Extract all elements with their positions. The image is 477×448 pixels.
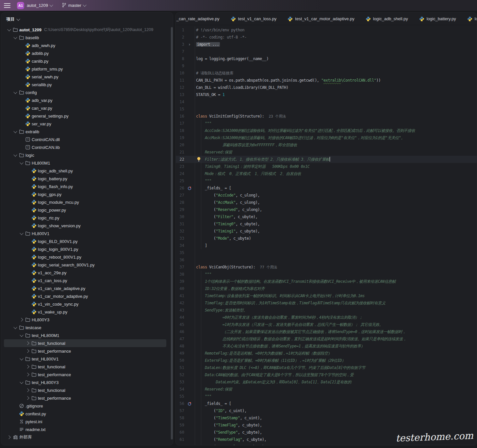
code-line-31[interactable]: 31 ("Timing0", c_ubyte),	[176, 220, 477, 228]
tree-item-v1_car_motor_adaptive.py[interactable]: v1_car_motor_adaptive.py	[1, 292, 173, 300]
branch-selector[interactable]: master	[62, 3, 86, 8]
code-line-27[interactable]: 27 ("AccCode", c_ulong),	[176, 192, 477, 199]
tree-item-logic_BLD_800V1.py[interactable]: logic_BLD_800V1.py	[1, 237, 173, 245]
tree-item-test_performance[interactable]: test_performance	[1, 347, 173, 355]
tree-item-v1_wake_up.py[interactable]: v1_wake_up.py	[1, 308, 173, 316]
code-line-26[interactable]: 26 _fields_ = [	[176, 184, 477, 192]
code-line-47[interactable]: 47 总线刚好忙或出现错误，数据会自动重发，直到正确发送或是超时时间到取消发送。…	[176, 335, 477, 343]
code-line-37[interactable]: 37class VciCanObj(Structure):77 个用法	[176, 264, 477, 271]
chevron-down-icon[interactable]	[18, 356, 25, 361]
tree-item-logic_power.py[interactable]: logic_power.py	[1, 206, 173, 214]
code-line-51[interactable]: 51 DataLen:数据长度 DLC (<=8)，即CAN帧Data有几个字节…	[176, 364, 477, 371]
tree-item-ControlCAN.dll[interactable]: ?ControlCAN.dll	[1, 136, 173, 143]
code-line-38[interactable]: 38 """	[176, 271, 477, 278]
tree-item-ControlCAN.lib[interactable]: ?ControlCAN.lib	[1, 143, 173, 151]
code-line-17[interactable]: 17 """	[176, 120, 477, 127]
tree-item-conftest.py[interactable]: conftest.py	[1, 410, 173, 418]
code-line-55[interactable]: 55 """	[176, 393, 477, 400]
tree-item-logic_login_800V1.py[interactable]: logic_login_800V1.py	[1, 245, 173, 253]
code-line-62[interactable]: 62 ("ExternFlag", c_ubyte),	[176, 443, 477, 445]
code-line-41[interactable]: 41 TimeStamp:设备接收到某一帧的时间标识。时间标示从CAN卡上电开始…	[176, 292, 477, 299]
tree-item-autot_1209[interactable]: autot_1209C:\Users\57859\Desktop\python代…	[1, 26, 173, 34]
tree-item-adb_wwh.py[interactable]: adb_wwh.py	[1, 41, 173, 49]
chevron-right-icon[interactable]	[25, 341, 31, 346]
tree-item-logic_battery.py[interactable]: logic_battery.py	[1, 175, 173, 183]
code-line-15[interactable]: 15	[176, 105, 477, 113]
code-line-52[interactable]: 52 Data:CAN帧的数据。由于CAN规定了最大是8个字节，所以这里预留了8…	[176, 371, 477, 378]
code-line-35[interactable]: 35	[176, 249, 477, 256]
tree-item-v1_acc_29e.py[interactable]: v1_acc_29e.py	[1, 269, 173, 277]
code-line-36[interactable]: 36	[176, 256, 477, 264]
tree-item-test_performance[interactable]: test_performance	[1, 394, 173, 402]
tree-item-logic_serial_search_800V1.py[interactable]: logic_serial_search_800V1.py	[1, 261, 173, 269]
code-line-33[interactable]: 33 ("Mode", c_ubyte)	[176, 235, 477, 242]
code-line-30[interactable]: 30 ("Filter", c_ubyte),	[176, 213, 477, 220]
chevron-down-icon[interactable]	[12, 129, 18, 134]
tree-item-test_HL800M1[interactable]: test_HL800M1	[1, 331, 173, 339]
chevron-right-icon[interactable]	[18, 317, 25, 322]
code-line-28[interactable]: 28 ("AccMask", c_ulong),	[176, 199, 477, 206]
tree-item-general_settings.py[interactable]: general_settings.py	[1, 112, 173, 120]
tree-item-seriallib.py[interactable]: seriallib.py	[1, 81, 173, 88]
tree-item-baselib[interactable]: baselib	[1, 34, 173, 41]
code-line-50[interactable]: 50 ExternFlag:是否是扩展帧。=0时为标准帧（11位ID），=1时为…	[176, 357, 477, 364]
tree-item-extralib[interactable]: extralib	[1, 128, 173, 136]
tree-item-logic_show_version.py[interactable]: logic_show_version.py	[1, 222, 173, 230]
tree-item-test_HL800V1[interactable]: test_HL800V1	[1, 355, 173, 363]
tree-item-adblib.py[interactable]: adblib.py	[1, 49, 173, 57]
tree-item-canlib.py[interactable]: canlib.py	[1, 57, 173, 65]
code-line-34[interactable]: 34 ]	[176, 242, 477, 249]
code-line-54[interactable]: 54 Reserved:保留	[176, 386, 477, 393]
code-line-22[interactable]: 22 Filter:滤波方式. 1、接收所有类型 2、只接收标准帧 3、只接收扩…	[176, 156, 477, 163]
tree-item-test_functional[interactable]: test_functional	[1, 363, 173, 371]
tree-item-logic_adb_shell.py[interactable]: logic_adb_shell.py	[1, 167, 173, 175]
code-line-20[interactable]: 20 屏蔽码推荐设置为0xFFFFFFFF，即全部接收	[176, 141, 477, 149]
code-line-16[interactable]: 16class VciInitConfig(Structure):23 个用法	[176, 113, 477, 120]
code-line-45[interactable]: 45 =1时为单次发送（只发送一次，发送失败不会自动重发，总线只产生一帧数据）；…	[176, 321, 477, 328]
code-line-40[interactable]: 40 ID:32位变量，数据格式为靠右对齐	[176, 285, 477, 292]
chevron-right-icon[interactable]	[25, 372, 31, 377]
tree-item-logic_rtc.py[interactable]: logic_rtc.py	[1, 214, 173, 222]
tree-item-test_functional[interactable]: test_functional	[1, 386, 173, 394]
tree-item-logic_flash_info.py[interactable]: logic_flash_info.py	[1, 183, 173, 190]
tree-item-v1_can_rate_adaptive.py[interactable]: v1_can_rate_adaptive.py	[1, 284, 173, 292]
code-line-13[interactable]: 13STATUS_OK = 1	[176, 91, 477, 98]
tree-item-v1_can_loss.py[interactable]: v1_can_loss.py	[1, 277, 173, 284]
chevron-down-icon[interactable]	[18, 231, 25, 236]
code-line-44[interactable]: 44 =0时为正常发送（发送失败会自动重发，重发时间为4秒，4秒内没有发出则取消…	[176, 314, 477, 321]
code-line-46[interactable]: 46 （二次开发，如果需要保证发送出的数据被其它节点正确接收，请将SendTyp…	[176, 328, 477, 335]
tree-item-can_var.py[interactable]: can_var.py	[1, 104, 173, 112]
tree-item-serial_wwh.py[interactable]: serial_wwh.py	[1, 73, 173, 81]
tree-scrollbar[interactable]	[171, 27, 173, 440]
tree-item-adb_var.py[interactable]: adb_var.py	[1, 96, 173, 104]
override-marker-icon[interactable]	[184, 184, 195, 192]
code-line-9[interactable]: 9	[176, 62, 477, 70]
tree-item-HL800M1[interactable]: HL800M1	[1, 159, 173, 167]
tree-item-platform_sms.py[interactable]: platform_sms.py	[1, 65, 173, 73]
chevron-down-icon[interactable]	[12, 152, 18, 158]
tree-item-logic[interactable]: logic	[1, 151, 173, 159]
chevron-down-icon[interactable]	[12, 35, 18, 40]
tree-item-test_HL800Y3[interactable]: test_HL800Y3	[1, 378, 173, 386]
code-line-21[interactable]: 21 Reserved:保留	[176, 149, 477, 156]
code-line-58[interactable]: 58 ("TimeStamp", c_uint),	[176, 414, 477, 422]
code-line-23[interactable]: 23 Timing0、Timing1：波特率定时器 500Kbps 0x00 0…	[176, 163, 477, 170]
code-editor[interactable]: 1# !/usr/bin/env python2# -*- coding: ut…	[176, 25, 477, 445]
tab-test_v1_can_loss.py[interactable]: test_v1_can_loss.py	[231, 16, 277, 22]
code-line-48[interactable]: 48 不关心有没有节点接收数据，请将SendType=1，提高发送的响应速度与软…	[176, 343, 477, 350]
tree-item-logic_reboot_800V1.py[interactable]: logic_reboot_800V1.py	[1, 253, 173, 261]
code-line-57[interactable]: 57 ("ID", c_uint),	[176, 407, 477, 414]
code-line-59[interactable]: 59 ("TimeFlag", c_ubyte),	[176, 422, 477, 429]
code-line-29[interactable]: 29 ("Reserved", c_ulong),	[176, 206, 477, 213]
code-line-42[interactable]: 42 TimeFlag:是否使用时间标识，为1时TimeStamp有效，Time…	[176, 299, 477, 307]
tree-item-test_performance[interactable]: test_performance	[1, 371, 173, 378]
tree-item-v1_vin_code_sync.py[interactable]: v1_vin_code_sync.py	[1, 300, 173, 308]
code-line-1[interactable]: 1# !/usr/bin/env python	[176, 26, 477, 34]
chevron-down-icon[interactable]	[12, 90, 18, 95]
code-line-2[interactable]: 2# -*- coding: utf-8 -*-	[176, 34, 477, 41]
code-line-49[interactable]: 49 RemoteFlag:是否是远程帧。=0时为为数据帧，=1时为远程帧（数据…	[176, 350, 477, 357]
chevron-right-icon[interactable]	[25, 395, 31, 401]
code-line-12[interactable]: 12Can_DLL = windll.LoadLibrary(CAN_DLL_P…	[176, 84, 477, 91]
override-marker-icon[interactable]	[184, 400, 195, 407]
code-line-7[interactable]: 7	[176, 48, 477, 55]
